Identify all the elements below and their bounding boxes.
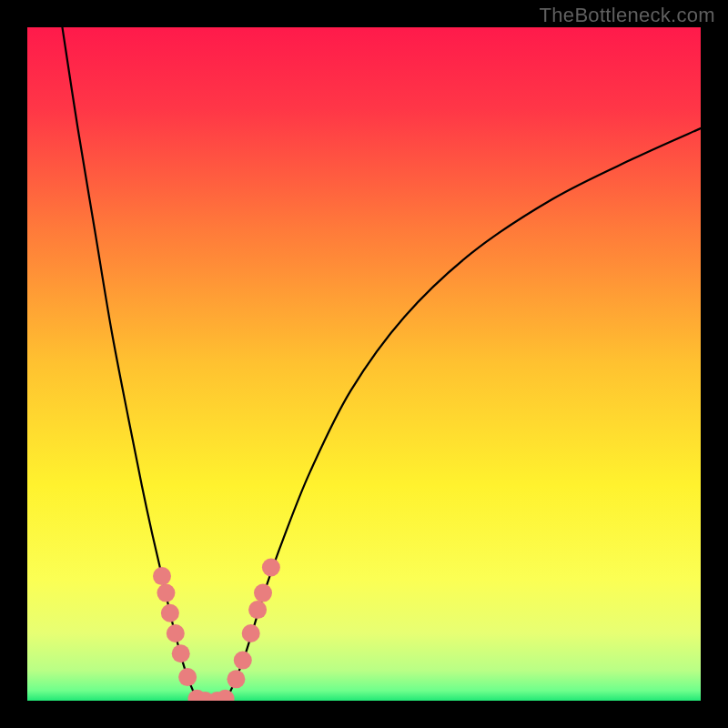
marker-dot — [242, 624, 260, 642]
watermark-text: TheBottleneck.com — [540, 4, 715, 27]
marker-dot — [172, 644, 190, 662]
marker-dot — [217, 690, 235, 701]
marker-dot — [262, 558, 280, 576]
marker-dot — [234, 652, 252, 670]
marker-dot — [167, 624, 185, 642]
marker-dot — [161, 604, 179, 622]
marker-dot — [178, 668, 197, 686]
bottleneck-curve — [62, 27, 701, 701]
plot-area — [27, 27, 701, 701]
marker-dot — [254, 584, 272, 602]
marker-group — [153, 558, 280, 701]
marker-dot — [157, 584, 175, 602]
marker-dot — [153, 567, 171, 585]
marker-dot — [227, 670, 245, 688]
curve-layer — [27, 27, 701, 701]
marker-dot — [248, 601, 267, 619]
chart-frame: TheBottleneck.com — [0, 0, 728, 728]
